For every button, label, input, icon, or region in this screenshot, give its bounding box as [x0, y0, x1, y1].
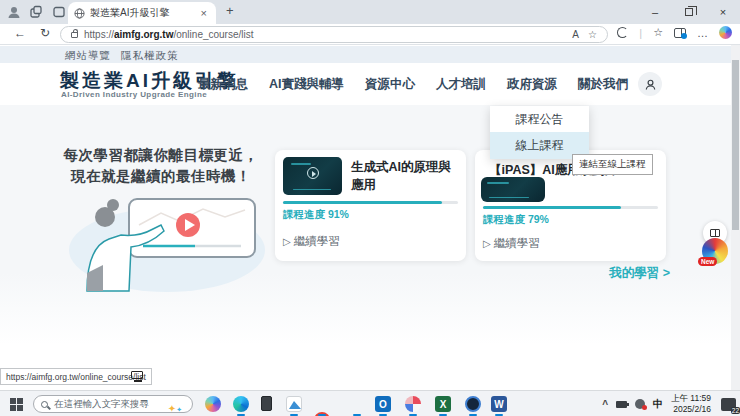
promo-app-button[interactable]: New — [702, 238, 728, 264]
nav-item-gov-resources[interactable]: 政府資源 — [507, 76, 557, 93]
chevron-right-icon: > — [663, 266, 670, 280]
notification-badge: 22 — [731, 407, 740, 414]
utility-strip: 網站導覽 隱私權政策 — [0, 46, 740, 63]
link-tooltip: 連結至線上課程 — [572, 154, 653, 175]
course-2-progress-bar — [483, 206, 658, 209]
tray-alert-icon[interactable] — [635, 399, 645, 409]
browser-toolbar: ← ↻ https://aimfg.org.tw/online_course/l… — [0, 24, 740, 45]
taskbar-phone-link-icon[interactable] — [261, 396, 272, 411]
my-learning-link[interactable]: 我的學習 > — [596, 265, 670, 282]
taskbar-photos-icon[interactable] — [286, 396, 302, 412]
notification-center-icon[interactable]: 22 — [721, 398, 736, 411]
search-placeholder: 在這裡輸入文字來搜尋 — [54, 398, 149, 411]
continue-play-icon: ▷ — [283, 236, 291, 247]
browser-tab[interactable]: 製造業AI升級引擎 × — [68, 2, 216, 24]
nav-item-talent-training[interactable]: 人才培訓 — [436, 76, 486, 93]
nav-item-news[interactable]: 最新消息 — [198, 76, 248, 93]
main-nav: 最新消息 AI實踐與輔導 資源中心 人才培訓 政府資源 關於我們 — [198, 76, 628, 93]
courses-dropdown-menu: 課程公告 線上課程 — [490, 106, 589, 159]
profile-icon[interactable] — [7, 5, 21, 19]
taskbar-clock[interactable]: 上午 11:592025/2/16 — [671, 393, 711, 415]
course-1-progress-bar — [283, 201, 458, 204]
favorite-star-icon[interactable]: ☆ — [588, 29, 597, 40]
copilot-icon[interactable] — [719, 26, 732, 39]
user-account-button[interactable] — [638, 72, 662, 96]
page-scrollbar-thumb[interactable] — [732, 60, 739, 230]
taskbar-copilot-icon[interactable] — [205, 396, 221, 412]
course-1-continue-link[interactable]: ▷繼續學習 — [283, 234, 340, 249]
hero-text-line1: 每次學習都讓你離目標更近， — [55, 146, 267, 165]
browser-essentials-icon[interactable] — [617, 27, 628, 38]
site-header: 製造業AI升級引擎 AI-Driven Industry Upgrade Eng… — [0, 63, 740, 105]
course-2-progress-fill — [483, 206, 621, 209]
ime-indicator[interactable]: 中 — [653, 397, 663, 411]
clock-time: 上午 11:59 — [671, 393, 711, 403]
sitemap-link[interactable]: 網站導覽 — [65, 49, 111, 63]
new-badge: New — [698, 257, 717, 266]
search-icon — [41, 401, 48, 408]
page-viewport: 網站導覽 隱私權政策 製造業AI升級引擎 AI-Driven Industry … — [0, 45, 740, 390]
page-scrollbar-track[interactable] — [731, 45, 740, 390]
tab-close-icon[interactable]: × — [198, 7, 210, 19]
learning-illustration — [57, 195, 269, 293]
browser-tab-bar: 製造業AI升級引擎 × + – × — [0, 0, 740, 24]
course-2-thumbnail[interactable] — [481, 177, 545, 202]
close-button[interactable]: × — [706, 0, 740, 24]
user-icon — [644, 78, 657, 91]
settings-ellipsis-icon[interactable]: … — [697, 27, 708, 39]
course-2-progress-text: 課程進度 79% — [483, 213, 549, 227]
toolbar-divider: | — [639, 27, 642, 39]
course-1-thumbnail[interactable] — [283, 157, 342, 195]
course-1-title[interactable]: 生成式AI的原理與應用 — [351, 159, 457, 194]
status-bar-url: https://aimfg.org.tw/online_course/list — [0, 368, 152, 385]
taskbar-pinwheel-app-icon[interactable] — [405, 396, 421, 412]
tab-actions-icon[interactable] — [52, 5, 66, 19]
taskbar-dark-app-icon[interactable] — [465, 396, 481, 412]
course-2-continue-link[interactable]: ▷繼續學習 — [483, 236, 540, 251]
workspaces-icon[interactable] — [29, 5, 43, 19]
screen: 製造業AI升級引擎 × + – × ← ↻ https://aimfg.org.… — [0, 0, 740, 416]
taskbar-outlook-icon[interactable]: O — [375, 396, 391, 412]
tab-title: 製造業AI升級引擎 — [90, 6, 198, 20]
nav-item-about-us[interactable]: 關於我們 — [578, 76, 628, 93]
url-prefix: https:// — [84, 29, 114, 40]
taskbar-search-box[interactable]: 在這裡輸入文字來搜尋 ✦✦ — [33, 395, 193, 413]
video-play-icon — [307, 167, 319, 179]
start-button[interactable] — [10, 398, 23, 411]
read-aloud-icon[interactable]: A — [572, 29, 579, 40]
nav-item-ai-practice[interactable]: AI實踐與輔導 — [269, 76, 344, 93]
system-tray: ^ 中 上午 11:592025/2/16 22 — [602, 391, 736, 416]
taskbar-excel-icon[interactable]: X — [435, 396, 451, 412]
battery-icon[interactable] — [616, 401, 627, 408]
nav-item-resources[interactable]: 資源中心 — [365, 76, 415, 93]
globe-icon — [74, 8, 85, 19]
url-domain: aimfg.org.tw — [114, 29, 173, 40]
toolbar-right-icons: | ☆ … — [617, 26, 732, 39]
restore-button[interactable] — [672, 0, 706, 24]
tray-chevron-up-icon[interactable]: ^ — [602, 399, 608, 410]
site-logo-subtitle: AI-Driven Industry Upgrade Engine — [61, 90, 207, 99]
dropdown-item-announcements[interactable]: 課程公告 — [490, 106, 589, 132]
course-card-1[interactable]: 生成式AI的原理與應用 課程進度 91% ▷繼續學習 — [275, 150, 466, 261]
url-path: /online_course/list — [173, 29, 253, 40]
search-highlights-icon[interactable]: ✦✦ — [168, 398, 182, 416]
url-text[interactable]: https://aimfg.org.tw/online_course/list — [84, 29, 254, 40]
minimize-button[interactable]: – — [638, 0, 672, 24]
new-tab-button[interactable]: + — [226, 3, 234, 18]
windows-taskbar: 在這裡輸入文字來搜尋 ✦✦ O X W ^ 中 上午 11:592025/2/1… — [0, 390, 740, 416]
address-bar[interactable]: https://aimfg.org.tw/online_course/list … — [60, 26, 608, 43]
course-1-progress-fill — [283, 201, 442, 204]
copilot-sidebar-icon[interactable] — [674, 28, 686, 38]
taskbar-edge-icon[interactable] — [233, 396, 249, 412]
refresh-icon[interactable]: ↻ — [40, 26, 50, 40]
book-icon — [710, 229, 720, 237]
course-1-progress-text: 課程進度 91% — [283, 208, 349, 222]
hero-text-line2: 現在就是繼續的最佳時機！ — [55, 167, 267, 186]
privacy-link[interactable]: 隱私權政策 — [121, 49, 179, 63]
monitor-icon — [131, 371, 144, 383]
clock-date: 2025/2/16 — [673, 404, 711, 414]
favorites-bar-icon[interactable]: ☆ — [653, 26, 663, 39]
taskbar-word-icon[interactable]: W — [491, 396, 507, 412]
back-icon[interactable]: ← — [14, 26, 26, 40]
continue-play-icon: ▷ — [483, 238, 491, 249]
